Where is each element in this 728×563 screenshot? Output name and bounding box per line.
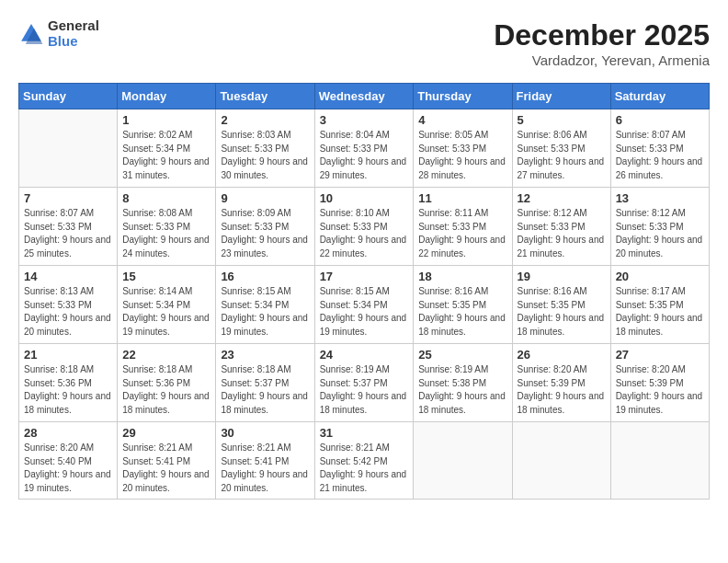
day-number: 26 [518,348,606,362]
day-number: 10 [320,191,409,205]
daylight-line: Daylight: 9 hours and 23 minutes. [221,234,309,260]
daylight-line: Daylight: 9 hours and 18 minutes. [418,390,506,417]
sunset-line: Sunset: 5:35 PM [418,299,506,313]
sunset-line: Sunset: 5:42 PM [320,455,409,469]
calendar-cell: 11Sunrise: 8:11 AMSunset: 5:33 PMDayligh… [414,188,512,266]
sunset-line: Sunset: 5:35 PM [518,299,606,313]
sunset-line: Sunset: 5:33 PM [616,143,704,156]
calendar-cell: 15Sunrise: 8:14 AMSunset: 5:34 PMDayligh… [118,266,216,344]
day-number: 2 [221,113,309,127]
day-info: Sunrise: 8:21 AMSunset: 5:41 PMDaylight:… [122,442,210,495]
sunrise-line: Sunrise: 8:15 AM [320,285,409,299]
day-info: Sunrise: 8:18 AMSunset: 5:37 PMDaylight:… [221,363,309,417]
sunset-line: Sunset: 5:38 PM [418,377,506,391]
daylight-line: Daylight: 9 hours and 19 minutes. [221,312,309,339]
day-info: Sunrise: 8:18 AMSunset: 5:36 PMDaylight:… [24,363,112,417]
sunrise-line: Sunrise: 8:21 AM [320,442,409,455]
sunrise-line: Sunrise: 8:19 AM [418,363,506,377]
day-info: Sunrise: 8:19 AMSunset: 5:38 PMDaylight:… [418,363,506,417]
sunset-line: Sunset: 5:33 PM [616,221,704,235]
daylight-line: Daylight: 9 hours and 31 minutes. [122,155,210,182]
calendar-week-row: 1Sunrise: 8:02 AMSunset: 5:34 PMDaylight… [19,109,710,188]
sunset-line: Sunset: 5:33 PM [418,143,506,156]
day-number: 1 [122,113,210,127]
calendar-cell [610,422,709,500]
day-number: 30 [221,426,309,440]
daylight-line: Daylight: 9 hours and 26 minutes. [616,155,704,182]
sunrise-line: Sunrise: 8:03 AM [221,129,309,143]
logo: General Blue [18,18,99,49]
day-number: 4 [418,113,506,127]
daylight-line: Daylight: 9 hours and 18 minutes. [518,312,606,339]
calendar-cell: 7Sunrise: 8:07 AMSunset: 5:33 PMDaylight… [19,188,118,266]
daylight-line: Daylight: 9 hours and 19 minutes. [122,312,210,339]
sunset-line: Sunset: 5:34 PM [122,299,210,313]
sunrise-line: Sunrise: 8:11 AM [418,207,506,221]
month-title: December 2025 [494,18,710,52]
sunrise-line: Sunrise: 8:19 AM [320,363,409,377]
daylight-line: Daylight: 9 hours and 21 minutes. [518,234,606,260]
daylight-line: Daylight: 9 hours and 27 minutes. [518,155,606,182]
sunset-line: Sunset: 5:39 PM [518,377,606,391]
sunrise-line: Sunrise: 8:12 AM [616,207,704,221]
sunrise-line: Sunrise: 8:16 AM [518,285,606,299]
sunset-line: Sunset: 5:36 PM [24,377,112,391]
day-info: Sunrise: 8:20 AMSunset: 5:39 PMDaylight:… [616,363,704,417]
day-number: 20 [616,270,704,283]
day-info: Sunrise: 8:21 AMSunset: 5:42 PMDaylight:… [320,442,409,495]
calendar-cell [414,422,512,500]
daylight-line: Daylight: 9 hours and 20 minutes. [24,312,112,339]
sunset-line: Sunset: 5:36 PM [122,377,210,391]
logo-text: General Blue [48,18,99,49]
day-info: Sunrise: 8:16 AMSunset: 5:35 PMDaylight:… [418,285,506,339]
weekday-header: Friday [512,84,610,109]
calendar-cell: 12Sunrise: 8:12 AMSunset: 5:33 PMDayligh… [512,188,610,266]
sunrise-line: Sunrise: 8:20 AM [518,363,606,377]
daylight-line: Daylight: 9 hours and 20 minutes. [616,234,704,260]
daylight-line: Daylight: 9 hours and 28 minutes. [418,155,506,182]
weekday-header: Saturday [610,84,709,109]
day-number: 28 [24,426,112,440]
calendar-week-row: 28Sunrise: 8:20 AMSunset: 5:40 PMDayligh… [19,422,710,500]
day-number: 5 [518,113,606,127]
calendar-cell: 10Sunrise: 8:10 AMSunset: 5:33 PMDayligh… [314,188,414,266]
calendar-cell: 18Sunrise: 8:16 AMSunset: 5:35 PMDayligh… [414,266,512,344]
day-number: 21 [24,348,112,362]
sunset-line: Sunset: 5:33 PM [24,299,112,313]
sunset-line: Sunset: 5:33 PM [221,221,309,235]
sunrise-line: Sunrise: 8:07 AM [24,207,112,221]
sunset-line: Sunset: 5:37 PM [221,377,309,391]
daylight-line: Daylight: 9 hours and 20 minutes. [122,468,210,495]
sunrise-line: Sunrise: 8:18 AM [221,363,309,377]
weekday-header: Tuesday [216,84,314,109]
calendar-week-row: 14Sunrise: 8:13 AMSunset: 5:33 PMDayligh… [19,266,710,344]
calendar-cell: 6Sunrise: 8:07 AMSunset: 5:33 PMDaylight… [610,109,709,188]
sunrise-line: Sunrise: 8:12 AM [518,207,606,221]
daylight-line: Daylight: 9 hours and 21 minutes. [320,468,409,495]
sunrise-line: Sunrise: 8:18 AM [122,363,210,377]
day-number: 16 [221,270,309,283]
calendar-cell: 28Sunrise: 8:20 AMSunset: 5:40 PMDayligh… [19,422,118,500]
calendar-cell: 31Sunrise: 8:21 AMSunset: 5:42 PMDayligh… [314,422,414,500]
calendar-header-row: SundayMondayTuesdayWednesdayThursdayFrid… [19,84,710,109]
sunrise-line: Sunrise: 8:15 AM [221,285,309,299]
sunset-line: Sunset: 5:35 PM [616,299,704,313]
daylight-line: Daylight: 9 hours and 22 minutes. [320,234,409,260]
sunrise-line: Sunrise: 8:10 AM [320,207,409,221]
day-info: Sunrise: 8:17 AMSunset: 5:35 PMDaylight:… [616,285,704,339]
sunset-line: Sunset: 5:37 PM [320,377,409,391]
calendar-cell: 5Sunrise: 8:06 AMSunset: 5:33 PMDaylight… [512,109,610,188]
day-number: 6 [616,113,704,127]
sunset-line: Sunset: 5:33 PM [320,143,409,156]
sunrise-line: Sunrise: 8:08 AM [122,207,210,221]
sunset-line: Sunset: 5:39 PM [616,377,704,391]
day-number: 23 [221,348,309,362]
day-number: 14 [24,270,112,283]
calendar-cell: 20Sunrise: 8:17 AMSunset: 5:35 PMDayligh… [610,266,709,344]
calendar-cell: 9Sunrise: 8:09 AMSunset: 5:33 PMDaylight… [216,188,314,266]
calendar-cell: 8Sunrise: 8:08 AMSunset: 5:33 PMDaylight… [118,188,216,266]
sunset-line: Sunset: 5:33 PM [518,143,606,156]
day-number: 9 [221,191,309,205]
day-info: Sunrise: 8:05 AMSunset: 5:33 PMDaylight:… [418,129,506,182]
sunset-line: Sunset: 5:41 PM [122,455,210,469]
